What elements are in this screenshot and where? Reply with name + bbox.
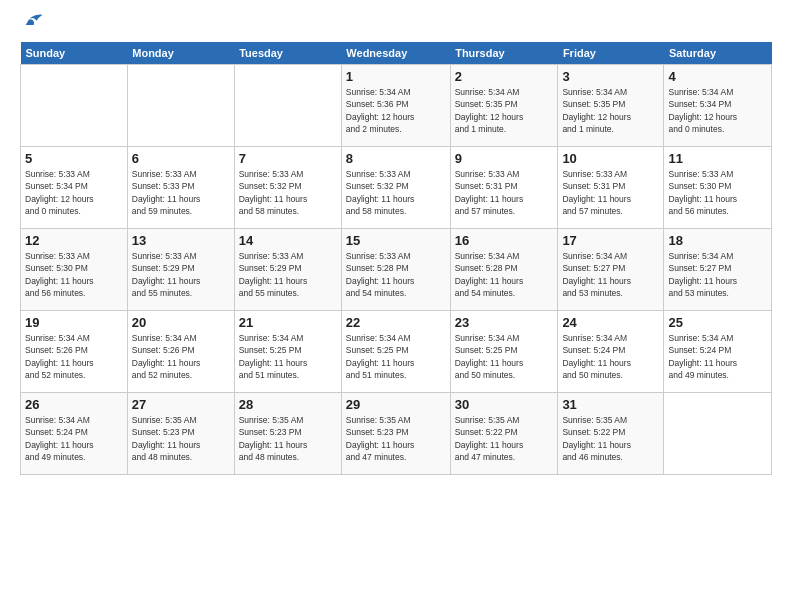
cell-day-number: 21 (239, 315, 337, 330)
calendar-cell: 2Sunrise: 5:34 AMSunset: 5:35 PMDaylight… (450, 65, 558, 147)
cell-day-number: 3 (562, 69, 659, 84)
calendar-cell: 28Sunrise: 5:35 AMSunset: 5:23 PMDayligh… (234, 393, 341, 475)
calendar-week-row: 19Sunrise: 5:34 AMSunset: 5:26 PMDayligh… (21, 311, 772, 393)
cell-day-number: 28 (239, 397, 337, 412)
cell-day-number: 17 (562, 233, 659, 248)
calendar-cell: 8Sunrise: 5:33 AMSunset: 5:32 PMDaylight… (341, 147, 450, 229)
cell-day-number: 4 (668, 69, 767, 84)
cell-day-number: 8 (346, 151, 446, 166)
calendar-cell: 29Sunrise: 5:35 AMSunset: 5:23 PMDayligh… (341, 393, 450, 475)
calendar-cell: 15Sunrise: 5:33 AMSunset: 5:28 PMDayligh… (341, 229, 450, 311)
logo-bird-icon (22, 10, 44, 32)
day-header-wednesday: Wednesday (341, 42, 450, 65)
cell-info-text: Sunrise: 5:33 AMSunset: 5:33 PMDaylight:… (132, 168, 230, 217)
day-header-friday: Friday (558, 42, 664, 65)
cell-day-number: 19 (25, 315, 123, 330)
cell-info-text: Sunrise: 5:34 AMSunset: 5:26 PMDaylight:… (132, 332, 230, 381)
calendar-cell: 9Sunrise: 5:33 AMSunset: 5:31 PMDaylight… (450, 147, 558, 229)
cell-day-number: 25 (668, 315, 767, 330)
calendar-table: SundayMondayTuesdayWednesdayThursdayFrid… (20, 42, 772, 475)
cell-day-number: 7 (239, 151, 337, 166)
calendar-week-row: 5Sunrise: 5:33 AMSunset: 5:34 PMDaylight… (21, 147, 772, 229)
calendar-cell: 5Sunrise: 5:33 AMSunset: 5:34 PMDaylight… (21, 147, 128, 229)
calendar-cell (664, 393, 772, 475)
calendar-week-row: 26Sunrise: 5:34 AMSunset: 5:24 PMDayligh… (21, 393, 772, 475)
cell-day-number: 30 (455, 397, 554, 412)
cell-info-text: Sunrise: 5:34 AMSunset: 5:25 PMDaylight:… (346, 332, 446, 381)
cell-info-text: Sunrise: 5:33 AMSunset: 5:32 PMDaylight:… (346, 168, 446, 217)
cell-info-text: Sunrise: 5:34 AMSunset: 5:26 PMDaylight:… (25, 332, 123, 381)
cell-info-text: Sunrise: 5:34 AMSunset: 5:28 PMDaylight:… (455, 250, 554, 299)
cell-info-text: Sunrise: 5:34 AMSunset: 5:36 PMDaylight:… (346, 86, 446, 135)
cell-info-text: Sunrise: 5:34 AMSunset: 5:35 PMDaylight:… (562, 86, 659, 135)
cell-day-number: 31 (562, 397, 659, 412)
cell-day-number: 2 (455, 69, 554, 84)
calendar-cell: 25Sunrise: 5:34 AMSunset: 5:24 PMDayligh… (664, 311, 772, 393)
cell-day-number: 16 (455, 233, 554, 248)
calendar-cell: 23Sunrise: 5:34 AMSunset: 5:25 PMDayligh… (450, 311, 558, 393)
calendar-cell: 4Sunrise: 5:34 AMSunset: 5:34 PMDaylight… (664, 65, 772, 147)
logo (20, 18, 44, 32)
cell-day-number: 27 (132, 397, 230, 412)
cell-day-number: 23 (455, 315, 554, 330)
calendar-cell: 24Sunrise: 5:34 AMSunset: 5:24 PMDayligh… (558, 311, 664, 393)
calendar-cell: 31Sunrise: 5:35 AMSunset: 5:22 PMDayligh… (558, 393, 664, 475)
day-header-saturday: Saturday (664, 42, 772, 65)
calendar-cell: 12Sunrise: 5:33 AMSunset: 5:30 PMDayligh… (21, 229, 128, 311)
calendar-cell: 22Sunrise: 5:34 AMSunset: 5:25 PMDayligh… (341, 311, 450, 393)
calendar-cell (21, 65, 128, 147)
calendar-cell: 13Sunrise: 5:33 AMSunset: 5:29 PMDayligh… (127, 229, 234, 311)
cell-info-text: Sunrise: 5:34 AMSunset: 5:24 PMDaylight:… (668, 332, 767, 381)
cell-day-number: 29 (346, 397, 446, 412)
cell-info-text: Sunrise: 5:34 AMSunset: 5:27 PMDaylight:… (668, 250, 767, 299)
cell-info-text: Sunrise: 5:34 AMSunset: 5:24 PMDaylight:… (562, 332, 659, 381)
cell-info-text: Sunrise: 5:35 AMSunset: 5:23 PMDaylight:… (132, 414, 230, 463)
calendar-header-row: SundayMondayTuesdayWednesdayThursdayFrid… (21, 42, 772, 65)
cell-info-text: Sunrise: 5:35 AMSunset: 5:23 PMDaylight:… (346, 414, 446, 463)
cell-info-text: Sunrise: 5:33 AMSunset: 5:30 PMDaylight:… (668, 168, 767, 217)
cell-day-number: 26 (25, 397, 123, 412)
cell-day-number: 12 (25, 233, 123, 248)
calendar-cell: 26Sunrise: 5:34 AMSunset: 5:24 PMDayligh… (21, 393, 128, 475)
cell-info-text: Sunrise: 5:34 AMSunset: 5:27 PMDaylight:… (562, 250, 659, 299)
cell-day-number: 15 (346, 233, 446, 248)
calendar-cell: 20Sunrise: 5:34 AMSunset: 5:26 PMDayligh… (127, 311, 234, 393)
cell-day-number: 1 (346, 69, 446, 84)
cell-day-number: 14 (239, 233, 337, 248)
cell-day-number: 11 (668, 151, 767, 166)
day-header-tuesday: Tuesday (234, 42, 341, 65)
calendar-cell (127, 65, 234, 147)
cell-info-text: Sunrise: 5:33 AMSunset: 5:28 PMDaylight:… (346, 250, 446, 299)
cell-info-text: Sunrise: 5:34 AMSunset: 5:35 PMDaylight:… (455, 86, 554, 135)
page: SundayMondayTuesdayWednesdayThursdayFrid… (0, 0, 792, 612)
cell-day-number: 5 (25, 151, 123, 166)
cell-day-number: 13 (132, 233, 230, 248)
cell-info-text: Sunrise: 5:34 AMSunset: 5:25 PMDaylight:… (455, 332, 554, 381)
calendar-week-row: 12Sunrise: 5:33 AMSunset: 5:30 PMDayligh… (21, 229, 772, 311)
cell-day-number: 6 (132, 151, 230, 166)
cell-day-number: 10 (562, 151, 659, 166)
cell-info-text: Sunrise: 5:34 AMSunset: 5:34 PMDaylight:… (668, 86, 767, 135)
cell-day-number: 22 (346, 315, 446, 330)
calendar-cell: 6Sunrise: 5:33 AMSunset: 5:33 PMDaylight… (127, 147, 234, 229)
calendar-cell: 10Sunrise: 5:33 AMSunset: 5:31 PMDayligh… (558, 147, 664, 229)
cell-info-text: Sunrise: 5:34 AMSunset: 5:24 PMDaylight:… (25, 414, 123, 463)
cell-info-text: Sunrise: 5:33 AMSunset: 5:30 PMDaylight:… (25, 250, 123, 299)
calendar-cell: 27Sunrise: 5:35 AMSunset: 5:23 PMDayligh… (127, 393, 234, 475)
header (20, 18, 772, 32)
cell-info-text: Sunrise: 5:35 AMSunset: 5:22 PMDaylight:… (562, 414, 659, 463)
cell-info-text: Sunrise: 5:34 AMSunset: 5:25 PMDaylight:… (239, 332, 337, 381)
calendar-cell: 17Sunrise: 5:34 AMSunset: 5:27 PMDayligh… (558, 229, 664, 311)
cell-info-text: Sunrise: 5:35 AMSunset: 5:22 PMDaylight:… (455, 414, 554, 463)
cell-info-text: Sunrise: 5:33 AMSunset: 5:32 PMDaylight:… (239, 168, 337, 217)
cell-day-number: 20 (132, 315, 230, 330)
calendar-cell: 11Sunrise: 5:33 AMSunset: 5:30 PMDayligh… (664, 147, 772, 229)
cell-day-number: 9 (455, 151, 554, 166)
cell-day-number: 18 (668, 233, 767, 248)
calendar-cell (234, 65, 341, 147)
cell-day-number: 24 (562, 315, 659, 330)
cell-info-text: Sunrise: 5:33 AMSunset: 5:31 PMDaylight:… (562, 168, 659, 217)
calendar-cell: 3Sunrise: 5:34 AMSunset: 5:35 PMDaylight… (558, 65, 664, 147)
cell-info-text: Sunrise: 5:35 AMSunset: 5:23 PMDaylight:… (239, 414, 337, 463)
calendar-cell: 7Sunrise: 5:33 AMSunset: 5:32 PMDaylight… (234, 147, 341, 229)
